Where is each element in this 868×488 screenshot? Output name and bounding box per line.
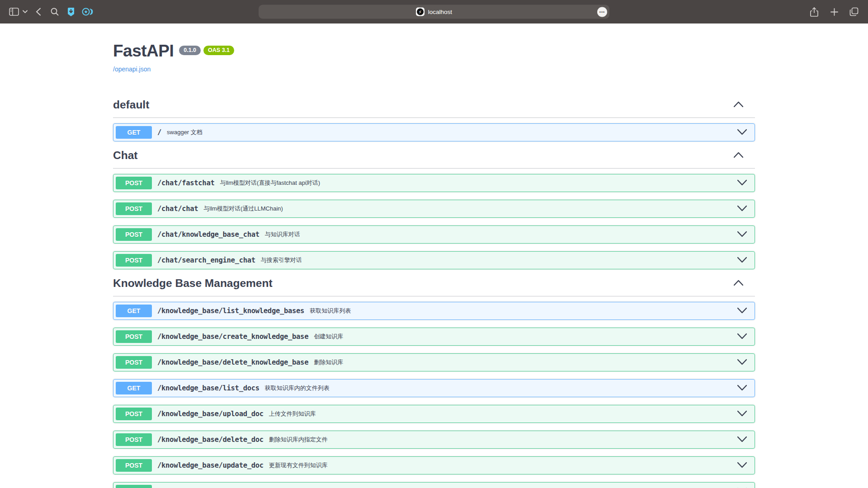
endpoint-row[interactable]: GET/knowledge_base/list_docs获取知识库内的文件列表 [113,379,755,397]
section-header[interactable]: Knowledge Base Management [113,277,755,296]
tab-overview-button[interactable] [847,5,861,19]
chevron-down-icon [737,410,747,418]
swagger-page: FastAPI 0.1.0 OAS 3.1 /openapi.json defa… [0,23,868,488]
endpoint-row[interactable]: POST/knowledge_base/delete_doc删除知识库内指定文件 [113,431,755,449]
endpoint-summary: 与搜索引擎对话 [261,256,302,264]
endpoint-row[interactable]: POST/knowledge_base/update_doc更新现有文件到知识库 [113,456,755,474]
expand-endpoint-button[interactable] [737,333,747,341]
endpoint-summary: 与llm模型对话(通过LLMChain) [203,205,283,213]
address-bar[interactable]: ⚡ localhost ••• [259,5,609,19]
method-badge: POST [116,485,152,488]
endpoint-summary: 删除知识库内指定文件 [269,436,328,444]
sidebar-menu-button[interactable] [21,5,29,19]
expand-endpoint-button[interactable] [737,410,747,418]
method-badge: POST [116,202,152,215]
api-section-knowledge-base-management: Knowledge Base ManagementGET/knowledge_b… [113,277,755,488]
method-badge: POST [116,254,152,267]
chevron-down-icon [737,436,747,444]
expand-endpoint-button[interactable] [737,462,747,469]
endpoint-row[interactable]: POST/knowledge_base/recreate_vector_stor… [113,482,755,488]
endpoint-summary: 上传文件到知识库 [269,410,316,418]
chevron-down-icon [737,129,747,136]
back-button[interactable] [32,5,45,19]
chevron-down-icon [737,257,747,264]
extension-shield-button[interactable] [64,5,78,19]
sidebar-toggle-button[interactable] [7,5,21,19]
expand-endpoint-button[interactable] [737,359,747,366]
endpoint-summary: 获取知识库列表 [310,307,351,315]
section-header[interactable]: Chat [113,149,755,169]
chevron-up-icon [734,280,743,287]
search-button[interactable] [48,5,61,19]
chevron-up-icon [734,101,743,109]
sidebar-icon [9,8,19,16]
method-badge: POST [116,177,152,189]
method-badge: GET [116,305,152,317]
endpoint-path: /chat/fastchat [157,179,214,187]
endpoint-path: / [157,128,161,136]
version-badge: 0.1.0 [179,46,201,55]
expand-endpoint-button[interactable] [737,436,747,444]
endpoint-summary: 获取知识库内的文件列表 [265,384,330,392]
section-collapse-button[interactable] [734,280,743,287]
section-title: Knowledge Base Management [113,277,273,290]
back-icon [36,8,41,16]
share-button[interactable] [807,5,821,19]
openapi-spec-link[interactable]: /openapi.json [113,66,151,73]
section-collapse-button[interactable] [734,101,743,109]
expand-endpoint-button[interactable] [737,231,747,239]
chevron-down-icon [737,307,747,315]
endpoint-path: /knowledge_base/list_docs [157,384,259,392]
endpoint-summary: 删除知识库 [314,358,343,366]
expand-endpoint-button[interactable] [737,205,747,213]
api-info: FastAPI 0.1.0 OAS 3.1 /openapi.json [113,23,755,73]
page-options-button[interactable]: ••• [597,7,607,17]
address-url: localhost [428,9,452,15]
expand-endpoint-button[interactable] [737,257,747,264]
expand-endpoint-button[interactable] [737,385,747,392]
method-badge: POST [116,459,152,472]
endpoint-row[interactable]: GET/knowledge_base/list_knowledge_bases获… [113,302,755,320]
endpoint-row[interactable]: GET/swagger 文档 [113,123,755,141]
chevron-down-icon [737,179,747,187]
extension-shield-icon [66,7,76,17]
endpoint-row[interactable]: POST/chat/knowledge_base_chat与知识库对话 [113,225,755,244]
extension-circles-button[interactable] [80,5,94,19]
share-icon [810,7,818,17]
api-section-default: defaultGET/swagger 文档 [113,99,755,141]
endpoint-row[interactable]: POST/chat/search_engine_chat与搜索引擎对话 [113,251,755,269]
method-badge: POST [116,330,152,343]
endpoint-row[interactable]: POST/chat/chat与llm模型对话(通过LLMChain) [113,200,755,218]
endpoint-row[interactable]: POST/knowledge_base/delete_knowledge_bas… [113,353,755,371]
new-tab-button[interactable] [827,5,841,19]
method-badge: POST [116,408,152,420]
chevron-down-icon [737,333,747,341]
expand-endpoint-button[interactable] [737,307,747,315]
endpoint-path: /knowledge_base/delete_knowledge_base [157,358,308,366]
endpoint-row[interactable]: POST/knowledge_base/create_knowledge_bas… [113,328,755,346]
page-title: FastAPI [113,42,174,61]
endpoint-row[interactable]: POST/chat/fastchat与llm模型对话(直接与fastchat a… [113,174,755,192]
expand-endpoint-button[interactable] [737,179,747,187]
endpoint-summary: swagger 文档 [167,128,203,136]
section-title: default [113,99,149,111]
extension-circles-icon [81,7,93,17]
endpoint-path: /knowledge_base/delete_doc [157,436,264,444]
endpoint-row[interactable]: POST/knowledge_base/upload_doc上传文件到知识库 [113,405,755,423]
section-collapse-button[interactable] [734,152,743,160]
endpoint-path: /chat/knowledge_base_chat [157,230,259,239]
endpoint-path: /chat/chat [157,205,198,213]
ellipsis-icon: ••• [599,9,605,14]
method-badge: POST [116,433,152,446]
chevron-down-icon [737,231,747,239]
chevron-up-icon [734,152,743,160]
chevron-down-icon [737,462,747,469]
endpoint-summary: 与llm模型对话(直接与fastchat api对话) [220,179,320,187]
endpoint-path: /knowledge_base/upload_doc [157,410,264,418]
endpoint-path: /knowledge_base/update_doc [157,461,264,469]
endpoint-path: /chat/search_engine_chat [157,256,255,264]
chevron-down-icon [737,205,747,213]
expand-endpoint-button[interactable] [737,129,747,136]
tab-overview-icon [849,7,859,16]
section-header[interactable]: default [113,99,755,118]
